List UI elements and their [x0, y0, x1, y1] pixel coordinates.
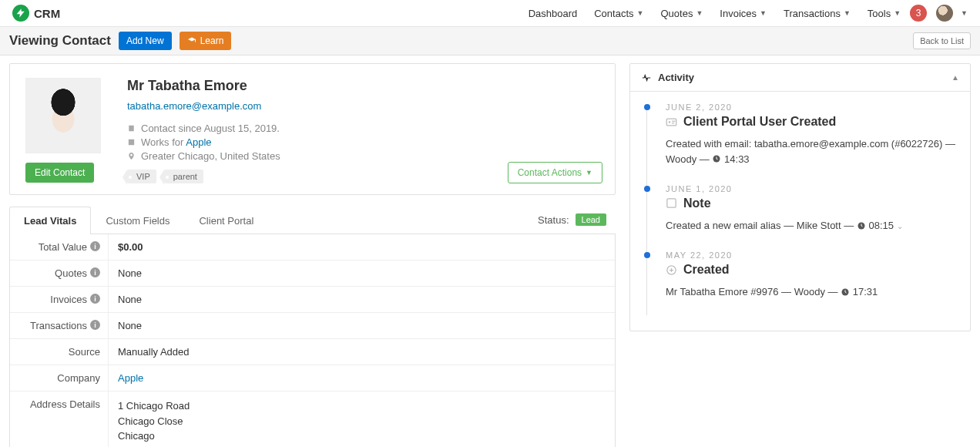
svg-rect-4 — [672, 120, 675, 121]
add-new-button[interactable]: Add New — [119, 32, 172, 50]
learn-label: Learn — [200, 35, 224, 46]
activity-panel: Activity ▲ JUNE 2, 2020Client Portal Use… — [629, 63, 971, 331]
caret-down-icon: ▼ — [844, 9, 851, 17]
learn-icon — [187, 36, 196, 45]
tabs: Lead VitalsCustom FieldsClient Portal St… — [9, 206, 616, 234]
caret-down-icon: ▼ — [586, 169, 592, 176]
activity-timeline: JUNE 2, 2020Client Portal User CreatedCr… — [630, 92, 970, 331]
vitals-value: 1 Chicago RoadChicago CloseChicagoGreate… — [109, 392, 615, 447]
vitals-label: Invoicesi — [10, 287, 109, 312]
company-link[interactable]: Apple — [118, 372, 143, 384]
caret-down-icon: ▼ — [696, 9, 703, 17]
contact-works-for: Works for Apple — [127, 136, 280, 148]
timeline-item: JUNE 2, 2020Client Portal User CreatedCr… — [644, 103, 956, 167]
nav-item-contacts[interactable]: Contacts▼ — [594, 8, 643, 19]
clock-icon — [857, 219, 866, 234]
tag[interactable]: VIP — [127, 170, 156, 183]
vitals-label: Transactionsi — [10, 313, 109, 338]
vitals-row: TransactionsiNone — [10, 313, 615, 339]
vitals-value: None — [109, 313, 615, 338]
svg-point-3 — [669, 121, 671, 123]
caret-down-icon: ▼ — [760, 9, 767, 17]
timeline-date: JUNE 1, 2020 — [666, 184, 956, 193]
timeline-body: Created a new email alias — Mike Stott —… — [666, 218, 956, 234]
activity-title: Activity — [658, 72, 694, 83]
vitals-value: None — [109, 260, 615, 286]
collapse-icon[interactable]: ▲ — [951, 73, 959, 82]
svg-rect-5 — [672, 123, 674, 123]
contact-actions-button[interactable]: Contact Actions ▼ — [508, 162, 602, 183]
nav-item-transactions[interactable]: Transactions▼ — [784, 8, 851, 19]
info-icon[interactable]: i — [90, 241, 100, 251]
contact-header-card: Edit Contact Mr Tabatha Emore tabatha.em… — [9, 63, 616, 195]
vitals-row: Total Valuei$0.00 — [10, 234, 615, 260]
chevron-down-icon[interactable]: ⌄ — [897, 222, 903, 230]
timeline-item: MAY 22, 2020CreatedMr Tabatha Emore #997… — [644, 250, 956, 300]
timeline-title: Created — [666, 263, 956, 277]
vitals-row: SourceManually Added — [10, 339, 615, 365]
nav-item-invoices[interactable]: Invoices▼ — [720, 8, 767, 19]
contact-tags: VIPparent — [127, 170, 280, 183]
learn-button[interactable]: Learn — [180, 32, 232, 50]
vitals-row: CompanyApple — [10, 365, 615, 392]
contact-location: Greater Chicago, United States — [127, 150, 280, 162]
building-icon — [127, 138, 136, 146]
tab-client-portal[interactable]: Client Portal — [184, 207, 268, 234]
contact-email-link[interactable]: tabatha.emore@example.com — [127, 100, 261, 112]
clock-icon — [841, 285, 850, 301]
vitals-row: InvoicesiNone — [10, 287, 615, 313]
caret-down-icon: ▼ — [637, 9, 644, 17]
timeline-title: Client Portal User Created — [666, 115, 956, 129]
timeline-body: Mr Tabatha Emore #9976 — Woody — 17:31 — [666, 284, 956, 300]
info-icon[interactable]: i — [90, 320, 100, 330]
vitals-label: Source — [10, 339, 109, 365]
timeline-title: Note — [666, 197, 956, 210]
notification-badge[interactable]: 3 — [910, 5, 927, 22]
sub-header: Viewing Contact Add New Learn Back to Li… — [0, 27, 980, 55]
vitals-row-address: Address Details1 Chicago RoadChicago Clo… — [10, 392, 615, 447]
timeline-item: JUNE 1, 2020NoteCreated a new email alia… — [644, 184, 956, 234]
contact-name: Mr Tabatha Emore — [127, 78, 280, 94]
svg-rect-2 — [666, 119, 676, 126]
company-link[interactable]: Apple — [186, 136, 211, 148]
nav-item-tools[interactable]: Tools▼ — [868, 8, 901, 19]
top-nav: CRM DashboardContacts▼Quotes▼Invoices▼Tr… — [0, 0, 980, 27]
brand-text: CRM — [34, 7, 60, 20]
id-icon — [666, 116, 677, 128]
timeline-body: Created with email: tabatha.emore@exampl… — [666, 136, 956, 167]
info-icon[interactable]: i — [90, 294, 100, 304]
status-badge: Lead — [576, 213, 606, 226]
brand[interactable]: CRM — [12, 5, 60, 22]
vitals-label: Quotesi — [10, 260, 109, 286]
timeline-date: MAY 22, 2020 — [666, 250, 956, 260]
timeline-date: JUNE 2, 2020 — [666, 103, 956, 112]
timeline-dot-icon — [644, 104, 650, 110]
tag[interactable]: parent — [164, 170, 203, 183]
contact-actions-label: Contact Actions — [518, 167, 582, 178]
brand-logo-icon — [12, 5, 29, 22]
caret-down-icon: ▼ — [894, 9, 901, 17]
user-avatar[interactable] — [936, 5, 953, 22]
activity-header[interactable]: Activity ▲ — [630, 64, 970, 92]
vitals-value: Manually Added — [109, 339, 615, 365]
vitals-value: None — [109, 287, 615, 312]
status-wrap: Status: Lead — [538, 213, 616, 226]
vitals-label: Company — [10, 365, 109, 391]
vitals-value: $0.00 — [109, 234, 615, 260]
vitals-value: Apple — [109, 365, 615, 391]
user-menu-caret-icon[interactable]: ▼ — [961, 9, 968, 17]
contact-avatar — [25, 78, 101, 153]
nav-items: DashboardContacts▼Quotes▼Invoices▼Transa… — [529, 8, 901, 19]
note-icon — [666, 197, 677, 209]
edit-contact-button[interactable]: Edit Contact — [25, 163, 94, 183]
heartbeat-icon — [641, 72, 652, 83]
tab-custom-fields[interactable]: Custom Fields — [91, 207, 184, 234]
nav-item-quotes[interactable]: Quotes▼ — [660, 8, 703, 19]
nav-item-dashboard[interactable]: Dashboard — [529, 8, 578, 19]
contact-since: Contact since August 15, 2019. — [127, 123, 280, 134]
info-icon[interactable]: i — [90, 267, 100, 277]
tab-lead-vitals[interactable]: Lead Vitals — [9, 207, 91, 234]
back-to-list-button[interactable]: Back to List — [913, 32, 971, 49]
timeline-dot-icon — [644, 186, 650, 192]
pin-icon — [127, 152, 136, 160]
